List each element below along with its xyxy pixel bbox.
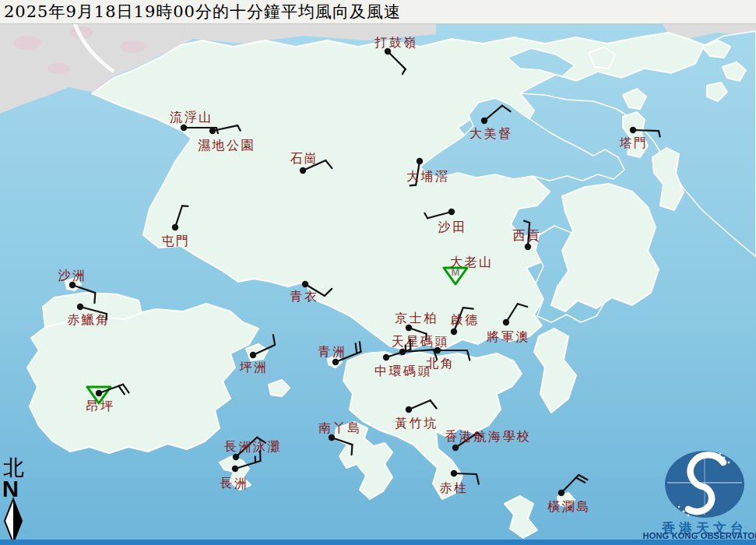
station-label-sai-kung: 西貢	[513, 228, 542, 243]
station-label-lamma-island: 南丫島	[318, 420, 362, 435]
station-label-hk-sea-school: 香港航海學校	[445, 429, 532, 444]
station-label-shek-kong: 石崗	[290, 151, 319, 166]
title-bar: 2025年9月18日19時00分的十分鐘平均風向及風速	[0, 0, 756, 24]
station-label-lau-fau-shan: 流浮山	[170, 110, 213, 125]
urban-tint-patch	[120, 40, 145, 53]
station-label-peng-chau: 坪洲	[240, 360, 269, 374]
station-label-tai-po-kau: 大埔滘	[406, 169, 450, 184]
station-label-cheung-chau: 長洲	[220, 476, 249, 490]
station-label-green-island: 青洲	[318, 344, 347, 359]
map-title: 2025年9月18日19時00分的十分鐘平均風向及風速	[0, 0, 756, 23]
station-label-chek-lap-kok: 赤鱲角	[67, 312, 111, 327]
wind-feather	[352, 445, 353, 455]
station-label-ta-kwu-ling: 打鼓嶺	[374, 35, 418, 50]
wind-shaft	[454, 473, 476, 474]
urban-tint-patch	[13, 36, 41, 50]
hko-logo-english-name: HONG KONG OBSERVATORY	[643, 531, 756, 540]
wind-map-app: 打鼓嶺流浮山濕地公園石崗屯門大美督大埔滘塔門沙田西貢M大老山沙洲赤鱲角青衣坪洲昂…	[0, 0, 756, 545]
bottom-blue-bar	[0, 540, 756, 545]
station-label-cheung-chau-beach: 長洲泳灘	[224, 439, 282, 454]
station-label-wetland-park: 濕地公園	[198, 138, 255, 153]
station-label-central-pier: 中環碼頭	[374, 364, 432, 378]
station-label-tates-cairn: 大老山	[450, 255, 494, 269]
wind-feather	[410, 339, 411, 350]
station-label-tsing-yi: 青衣	[290, 289, 319, 304]
station-label-tuen-mun: 屯門	[162, 234, 191, 248]
station-label-kings-park: 京士柏	[395, 311, 438, 325]
station-label-sha-chau: 沙洲	[58, 268, 87, 283]
wind-feather	[94, 293, 95, 303]
station-label-tai-mei-tuk: 大美督	[469, 126, 513, 141]
station-label-kai-tak: 啟德	[451, 312, 480, 327]
urban-tint-patch	[47, 63, 69, 74]
wind-feather	[410, 185, 416, 186]
land-sai-kung-peninsula	[551, 184, 659, 311]
wind-feather	[463, 308, 473, 308]
station-label-stanley: 赤柱	[440, 480, 469, 495]
station-label-wong-chuk-hang: 黃竹坑	[395, 416, 438, 431]
station-label-waglan-island: 橫瀾島	[547, 499, 591, 514]
station-label-sha-tin: 沙田	[438, 220, 467, 234]
wind-shaft	[633, 130, 659, 131]
station-label-ngong-ping: 昂坪	[86, 399, 115, 413]
sea-and-land-layer	[0, 23, 756, 545]
station-label-tap-mun: 塔門	[620, 135, 649, 150]
station-label-tseung-kwan-o: 將軍澳	[487, 329, 530, 344]
compass-n-label: N	[2, 476, 19, 501]
station-label-star-ferry-pier: 天星碼頭	[392, 334, 449, 349]
hong-kong-wind-map: 打鼓嶺流浮山濕地公園石崗屯門大美督大埔滘塔門沙田西貢M大老山沙洲赤鱲角青衣坪洲昂…	[0, 0, 756, 545]
